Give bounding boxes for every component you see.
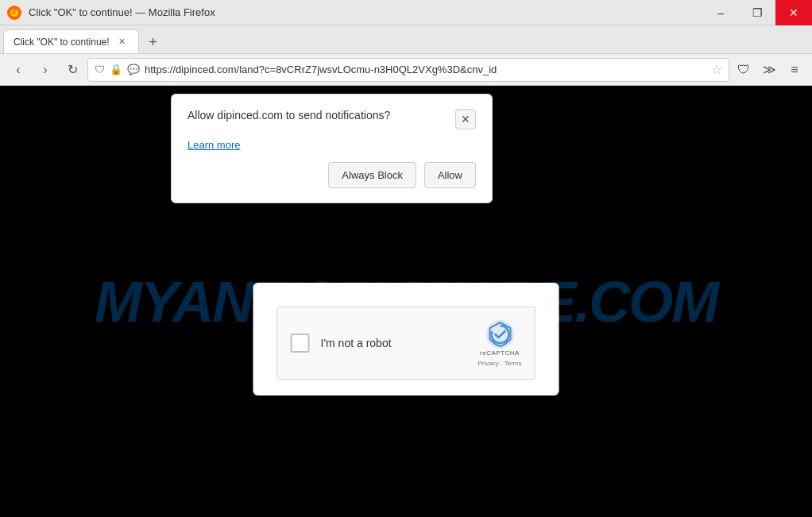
learn-more-link[interactable]: Learn more <box>188 139 240 151</box>
popup-title: Allow dipinced.com to send notifications… <box>188 109 447 122</box>
page-content: MYANTISPYWARE.COM not a robot Allow dipi… <box>0 86 812 517</box>
tab-bar: Click "OK" to continue! ✕ + <box>0 25 812 54</box>
tab-close-button[interactable]: ✕ <box>116 36 129 48</box>
url-text[interactable]: https://dipinced.com/land?c=8vCRrZ7jwsvL… <box>145 64 706 75</box>
menu-button[interactable]: ≡ <box>783 59 806 81</box>
title-bar-left: Click "OK" to continue! — Mozilla Firefo… <box>6 5 215 21</box>
bookmark-icon[interactable]: ☆ <box>711 62 722 77</box>
new-tab-button[interactable]: + <box>142 31 164 53</box>
popup-close-button[interactable]: ✕ <box>455 109 476 129</box>
active-tab[interactable]: Click "OK" to continue! ✕ <box>3 29 139 53</box>
close-button[interactable]: ✕ <box>775 0 812 25</box>
vpn-button[interactable]: 🛡 <box>733 59 755 81</box>
tab-label: Click "OK" to continue! <box>14 37 110 48</box>
reload-icon: ↻ <box>68 62 78 77</box>
back-button[interactable]: ‹ <box>6 58 30 82</box>
notification-popup: Allow dipinced.com to send notifications… <box>171 94 493 203</box>
terms-link[interactable]: Terms <box>505 360 522 367</box>
title-bar: Click "OK" to continue! — Mozilla Firefo… <box>0 0 812 25</box>
forward-icon: › <box>43 63 47 77</box>
restore-button[interactable]: ❐ <box>739 0 775 25</box>
lock-icon: 🔒 <box>110 64 122 75</box>
reload-button[interactable]: ↻ <box>60 58 84 82</box>
recaptcha-container: I'm not a robot reCAPTCHA Privacy - Term… <box>253 283 559 395</box>
always-block-button[interactable]: Always Block <box>328 162 416 188</box>
minimize-button[interactable]: – <box>702 0 739 25</box>
popup-buttons: Always Block Allow <box>188 162 476 188</box>
recaptcha-widget: I'm not a robot reCAPTCHA Privacy - Term… <box>277 307 536 380</box>
recaptcha-logo-icon <box>485 319 515 349</box>
title-bar-controls: – ❐ ✕ <box>702 0 812 25</box>
allow-button[interactable]: Allow <box>424 162 476 188</box>
recaptcha-logo: reCAPTCHA Privacy - Terms <box>478 319 522 367</box>
recaptcha-checkbox[interactable] <box>291 334 310 353</box>
firefox-logo-icon <box>6 5 22 21</box>
recaptcha-label: I'm not a robot <box>321 337 392 349</box>
chat-icon: 💬 <box>127 64 140 75</box>
extensions-icon: ≫ <box>763 62 776 77</box>
shield-icon: 🛡 <box>95 64 105 75</box>
popup-header: Allow dipinced.com to send notifications… <box>188 109 476 129</box>
window-title: Click "OK" to continue! — Mozilla Firefo… <box>29 6 215 18</box>
recaptcha-brand-text: reCAPTCHA <box>480 349 520 357</box>
forward-button[interactable]: › <box>33 58 57 82</box>
extensions-button[interactable]: ≫ <box>758 59 780 81</box>
privacy-link[interactable]: Privacy <box>478 360 499 367</box>
back-icon: ‹ <box>16 63 20 77</box>
url-bar[interactable]: 🛡 🔒 💬 https://dipinced.com/land?c=8vCRrZ… <box>87 58 729 82</box>
nav-bar: ‹ › ↻ 🛡 🔒 💬 https://dipinced.com/land?c=… <box>0 54 812 86</box>
menu-icon: ≡ <box>791 63 798 77</box>
recaptcha-left: I'm not a robot <box>291 334 392 353</box>
vpn-icon: 🛡 <box>737 63 750 77</box>
recaptcha-footer: Privacy - Terms <box>478 360 522 367</box>
